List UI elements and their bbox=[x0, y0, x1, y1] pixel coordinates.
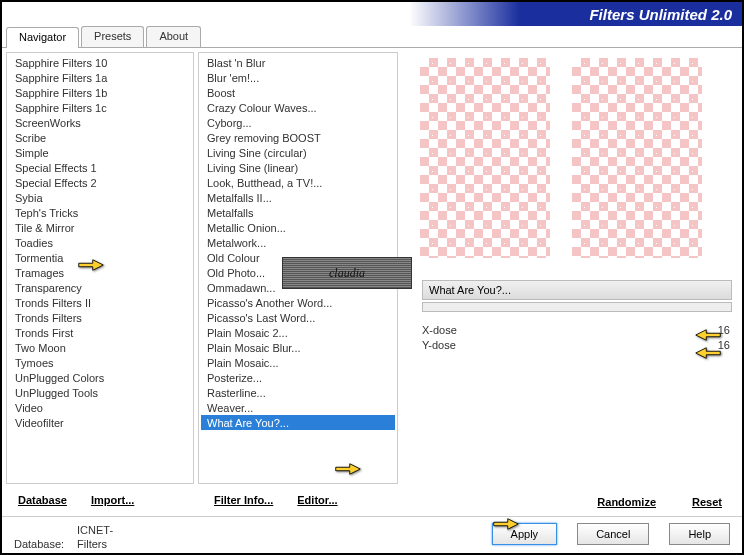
tab-presets[interactable]: Presets bbox=[81, 26, 144, 47]
preview-image-left bbox=[420, 58, 550, 258]
preview-area: claudia bbox=[412, 52, 712, 272]
db-label: Database: bbox=[14, 537, 74, 551]
slider-label: Y-dose bbox=[422, 339, 482, 351]
list-item[interactable]: Boost bbox=[201, 85, 395, 100]
list-item[interactable]: Crazy Colour Waves... bbox=[201, 100, 395, 115]
main-content: Sapphire Filters 10Sapphire Filters 1aSa… bbox=[2, 48, 742, 488]
list-item[interactable]: Plain Mosaic Blur... bbox=[201, 340, 395, 355]
database-button[interactable]: Database bbox=[10, 492, 75, 512]
list-item[interactable]: Tronds First bbox=[9, 325, 191, 340]
app-title: Filters Unlimited 2.0 bbox=[589, 6, 732, 23]
list-item[interactable]: Metallic Onion... bbox=[201, 220, 395, 235]
slider-row: Y-dose16 bbox=[402, 337, 738, 352]
slider-value: 16 bbox=[706, 339, 730, 351]
list-item[interactable]: Look, Butthead, a TV!... bbox=[201, 175, 395, 190]
preview-buttons: Randomize Reset bbox=[406, 488, 742, 516]
list-item[interactable]: Picasso's Last Word... bbox=[201, 310, 395, 325]
tab-about[interactable]: About bbox=[146, 26, 201, 47]
list-item[interactable]: Posterize... bbox=[201, 370, 395, 385]
reset-button[interactable]: Reset bbox=[684, 494, 730, 510]
bottom-bar: Database: ICNET-Filters Filters: 3933 Ap… bbox=[2, 516, 742, 555]
list-item[interactable]: Transparency bbox=[9, 280, 191, 295]
list-item[interactable]: Tronds Filters II bbox=[9, 295, 191, 310]
slider-track[interactable] bbox=[488, 323, 700, 337]
list-item[interactable]: Tramages bbox=[9, 265, 191, 280]
list-item[interactable]: Grey removing BOOST bbox=[201, 130, 395, 145]
category-list[interactable]: Sapphire Filters 10Sapphire Filters 1aSa… bbox=[7, 53, 193, 483]
category-column: Sapphire Filters 10Sapphire Filters 1aSa… bbox=[6, 52, 194, 484]
list-item[interactable]: Weaver... bbox=[201, 400, 395, 415]
filter-info-button[interactable]: Filter Info... bbox=[206, 492, 281, 512]
list-item[interactable]: Sapphire Filters 1b bbox=[9, 85, 191, 100]
list-item[interactable]: Special Effects 1 bbox=[9, 160, 191, 175]
list-item[interactable]: Tile & Mirror bbox=[9, 220, 191, 235]
list-item[interactable]: UnPlugged Tools bbox=[9, 385, 191, 400]
cancel-button[interactable]: Cancel bbox=[577, 523, 649, 545]
filter-buttons: Filter Info... Editor... bbox=[198, 488, 406, 516]
slider-value: 16 bbox=[706, 324, 730, 336]
list-item[interactable]: Living Sine (circular) bbox=[201, 145, 395, 160]
slider-label: X-dose bbox=[422, 324, 482, 336]
title-bar: Filters Unlimited 2.0 bbox=[2, 2, 742, 26]
filters-count: 3933 bbox=[77, 551, 137, 555]
list-item[interactable]: Living Sine (linear) bbox=[201, 160, 395, 175]
list-item[interactable]: Blast 'n Blur bbox=[201, 55, 395, 70]
list-item[interactable]: Simple bbox=[9, 145, 191, 160]
preview-column: claudia What Are You?... X-dose16Y-dose1… bbox=[402, 52, 738, 484]
list-item[interactable]: Tronds Filters bbox=[9, 310, 191, 325]
list-item[interactable]: Metalwork... bbox=[201, 235, 395, 250]
list-item[interactable]: Metalfalls bbox=[201, 205, 395, 220]
list-item[interactable]: Sapphire Filters 10 bbox=[9, 55, 191, 70]
list-item[interactable]: Teph's Tricks bbox=[9, 205, 191, 220]
list-item[interactable]: Rasterline... bbox=[201, 385, 395, 400]
import-button[interactable]: Import... bbox=[83, 492, 142, 512]
preview-image-right bbox=[572, 58, 702, 258]
list-item[interactable]: Tormentia bbox=[9, 250, 191, 265]
database-info: Database: ICNET-Filters Filters: 3933 bbox=[14, 523, 472, 555]
list-item[interactable]: What Are You?... bbox=[201, 415, 395, 430]
list-item[interactable]: Sapphire Filters 1c bbox=[9, 100, 191, 115]
current-filter-name: What Are You?... bbox=[422, 280, 732, 300]
list-item[interactable]: UnPlugged Colors bbox=[9, 370, 191, 385]
tabs: Navigator Presets About bbox=[2, 26, 742, 48]
list-item[interactable]: Tymoes bbox=[9, 355, 191, 370]
tab-navigator[interactable]: Navigator bbox=[6, 27, 79, 48]
db-value: ICNET-Filters bbox=[77, 523, 137, 551]
category-buttons: Database Import... bbox=[2, 488, 198, 516]
list-item[interactable]: Blur 'em!... bbox=[201, 70, 395, 85]
watermark-stamp: claudia bbox=[282, 257, 412, 289]
list-item[interactable]: Video bbox=[9, 400, 191, 415]
sliders-area: X-dose16Y-dose16 bbox=[402, 322, 738, 352]
list-item[interactable]: Cyborg... bbox=[201, 115, 395, 130]
list-item[interactable]: Sybia bbox=[9, 190, 191, 205]
list-item[interactable]: Toadies bbox=[9, 235, 191, 250]
editor-button[interactable]: Editor... bbox=[289, 492, 345, 512]
list-item[interactable]: Plain Mosaic... bbox=[201, 355, 395, 370]
progress-bar bbox=[422, 302, 732, 312]
list-item[interactable]: Picasso's Another Word... bbox=[201, 295, 395, 310]
randomize-button[interactable]: Randomize bbox=[589, 494, 664, 510]
list-item[interactable]: Videofilter bbox=[9, 415, 191, 430]
list-item[interactable]: Plain Mosaic 2... bbox=[201, 325, 395, 340]
list-item[interactable]: Metalfalls II... bbox=[201, 190, 395, 205]
list-item[interactable]: Sapphire Filters 1a bbox=[9, 70, 191, 85]
list-item[interactable]: Scribe bbox=[9, 130, 191, 145]
slider-track[interactable] bbox=[488, 338, 700, 352]
help-button[interactable]: Help bbox=[669, 523, 730, 545]
slider-row: X-dose16 bbox=[402, 322, 738, 337]
list-item[interactable]: Two Moon bbox=[9, 340, 191, 355]
apply-button[interactable]: Apply bbox=[492, 523, 558, 545]
filters-label: Filters: bbox=[14, 551, 74, 555]
list-item[interactable]: Special Effects 2 bbox=[9, 175, 191, 190]
list-item[interactable]: ScreenWorks bbox=[9, 115, 191, 130]
